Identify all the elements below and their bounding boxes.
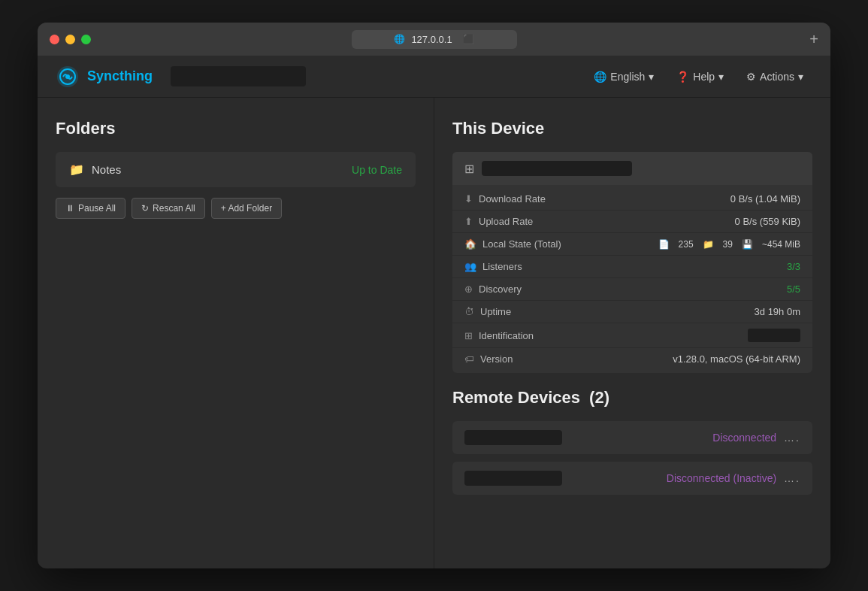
discovery-label: ⊕ Discovery <box>464 283 522 295</box>
identification-label: ⊞ Identification <box>464 330 534 341</box>
identification-row: ⊞ Identification <box>452 323 812 348</box>
question-icon: ❓ <box>676 71 689 83</box>
download-rate-value: 0 B/s (1.04 MiB) <box>730 193 800 205</box>
version-row: 🏷 Version v1.28.0, macOS (64-bit ARM) <box>452 348 812 370</box>
help-button[interactable]: ❓ Help ▾ <box>667 66 733 87</box>
download-rate-row: ⬇ Download Rate 0 B/s (1.04 MiB) <box>452 188 812 211</box>
this-device-card: ⊞ ⬇ Download Rate 0 B/s (1.04 MiB) <box>452 152 812 373</box>
device-header-icon: ⊞ <box>464 162 474 176</box>
local-state-label: 🏠 Local State (Total) <box>464 238 561 250</box>
main-window: 🌐 127.0.0.1 ⬛ + Syncthing 🌐 English ▾ <box>38 23 830 568</box>
version-value: v1.28.0, macOS (64-bit ARM) <box>673 353 800 365</box>
upload-rate-row: ⬆ Upload Rate 0 B/s (559 KiB) <box>452 211 812 233</box>
folders-title: Folders <box>56 119 416 138</box>
remote-device-2-status: Disconnected (Inactive) <box>667 472 776 484</box>
pause-icon: ⏸ <box>65 203 74 214</box>
action-buttons: ⏸ Pause All ↻ Rescan All + Add Folder <box>56 198 416 219</box>
folder-name: Notes <box>92 163 121 176</box>
chevron-down-icon: ▾ <box>649 71 654 83</box>
files-icon: 📄 <box>658 239 670 250</box>
listeners-icon: 👥 <box>464 261 476 272</box>
device-name-redacted <box>482 161 632 176</box>
left-panel: Folders 📁 Notes Up to Date ⏸ Pause All ↻… <box>38 98 434 568</box>
upload-rate-value: 0 B/s (559 KiB) <box>735 216 800 227</box>
folder-left: 📁 Notes <box>69 162 121 177</box>
close-button[interactable] <box>50 35 59 44</box>
disk-icon: 💾 <box>742 239 753 250</box>
listeners-label: 👥 Listeners <box>464 261 522 272</box>
local-state-row: 🏠 Local State (Total) 📄 235 📁 39 💾 ~454 … <box>452 233 812 256</box>
qr-icon: ⊞ <box>464 330 473 341</box>
maximize-button[interactable] <box>81 35 91 44</box>
cast-icon: ⬛ <box>463 34 474 44</box>
remote-device-1-dots: …. <box>784 432 800 444</box>
globe-icon: 🌐 <box>394 34 405 44</box>
device-header: ⊞ <box>452 152 812 185</box>
traffic-lights <box>50 35 91 44</box>
clock-icon: ⏱ <box>464 306 474 317</box>
device-rows: ⬇ Download Rate 0 B/s (1.04 MiB) ⬆ Uploa… <box>452 185 812 373</box>
remote-device-1-name-redacted <box>464 430 562 445</box>
remote-device-2: Disconnected (Inactive) …. <box>452 462 812 495</box>
actions-button[interactable]: ⚙ Actions ▾ <box>737 66 812 87</box>
upload-rate-label: ⬆ Upload Rate <box>464 216 533 227</box>
identification-value-redacted <box>748 329 800 342</box>
gear-icon: ⚙ <box>746 71 756 83</box>
remote-devices-title: Remote Devices (2) <box>452 388 812 408</box>
rescan-all-button[interactable]: ↻ Rescan All <box>132 198 205 219</box>
download-rate-label: ⬇ Download Rate <box>464 193 546 205</box>
language-button[interactable]: 🌐 English ▾ <box>585 66 663 87</box>
discovery-value: 5/5 <box>787 283 800 295</box>
url-text: 127.0.0.1 <box>411 34 452 45</box>
remote-device-1: Disconnected …. <box>452 421 812 454</box>
titlebar: 🌐 127.0.0.1 ⬛ + <box>38 23 830 56</box>
main-content: Folders 📁 Notes Up to Date ⏸ Pause All ↻… <box>38 98 830 568</box>
remote-device-1-right: Disconnected …. <box>712 432 800 444</box>
dirs-icon: 📁 <box>703 239 714 250</box>
folder-icon: 📁 <box>69 162 84 177</box>
remote-device-2-dots: …. <box>784 472 800 484</box>
globe-nav-icon: 🌐 <box>594 71 606 83</box>
folder-status: Up to Date <box>352 164 402 176</box>
home-icon: 🏠 <box>464 238 476 250</box>
nav-right: 🌐 English ▾ ❓ Help ▾ ⚙ Actions ▾ <box>585 66 812 87</box>
brand-name: Syncthing <box>87 68 153 84</box>
this-device-title: This Device <box>452 119 812 138</box>
uptime-value: 3d 19h 0m <box>755 306 800 317</box>
right-panel: This Device ⊞ ⬇ Download Rate 0 B/s (1.0… <box>434 98 830 568</box>
url-bar[interactable]: 🌐 127.0.0.1 ⬛ <box>352 30 517 49</box>
search-input[interactable] <box>171 66 306 86</box>
uptime-label: ⏱ Uptime <box>464 306 511 317</box>
rescan-icon: ↻ <box>141 203 149 214</box>
svg-point-2 <box>65 74 70 79</box>
brand: Syncthing <box>56 65 153 89</box>
minimize-button[interactable] <box>65 35 75 44</box>
tag-icon: 🏷 <box>464 353 474 365</box>
brand-logo <box>56 65 80 89</box>
folder-card-notes: 📁 Notes Up to Date <box>56 152 416 187</box>
download-icon: ⬇ <box>464 193 473 205</box>
pause-all-button[interactable]: ⏸ Pause All <box>56 198 126 219</box>
listeners-value: 3/3 <box>787 261 800 272</box>
remote-device-2-right: Disconnected (Inactive) …. <box>667 472 800 484</box>
upload-icon: ⬆ <box>464 216 473 227</box>
remote-device-1-status: Disconnected <box>712 432 776 444</box>
remote-device-2-name-redacted <box>464 471 562 486</box>
navbar: Syncthing 🌐 English ▾ ❓ Help ▾ ⚙ Actions… <box>38 56 830 98</box>
uptime-row: ⏱ Uptime 3d 19h 0m <box>452 301 812 323</box>
chevron-down-icon: ▾ <box>798 71 803 83</box>
local-state-values: 📄 235 📁 39 💾 ~454 MiB <box>658 239 800 250</box>
chevron-down-icon: ▾ <box>718 71 724 83</box>
new-tab-button[interactable]: + <box>809 31 818 48</box>
discovery-row: ⊕ Discovery 5/5 <box>452 278 812 301</box>
discovery-icon: ⊕ <box>464 283 473 295</box>
listeners-row: 👥 Listeners 3/3 <box>452 256 812 278</box>
add-folder-button[interactable]: + Add Folder <box>211 198 282 219</box>
version-label: 🏷 Version <box>464 353 513 365</box>
